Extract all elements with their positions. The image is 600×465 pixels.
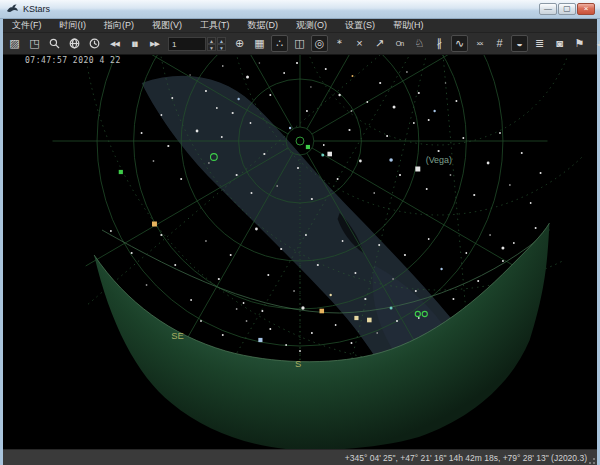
star xyxy=(513,242,515,244)
star xyxy=(327,152,332,157)
star xyxy=(389,158,393,162)
toggle-constellation-art-icon[interactable]: ♘ xyxy=(411,35,428,52)
maximize-button[interactable]: ▢ xyxy=(558,3,576,15)
toggle-constellation-boundaries-icon[interactable]: ∦ xyxy=(431,35,448,52)
star xyxy=(433,110,435,112)
timestep-value[interactable]: 1 xyxy=(168,37,206,51)
sky-image-icon[interactable]: ▦ xyxy=(251,35,268,52)
kstars-app-icon xyxy=(6,3,19,15)
sky-map[interactable]: (Vega)SES 07:47:57 2020 4 22 xyxy=(3,55,597,449)
menu-bar: 文件(F)时间(I)指向(P)视图(V)工具(T)数据(D)观测(O)设置(S)… xyxy=(3,19,597,33)
star xyxy=(205,90,207,92)
menu-item-tools[interactable]: 工具(T) xyxy=(191,19,239,32)
cursor-coordinates: +345° 04' 25", +47° 21' 16" 14h 42m 18s,… xyxy=(345,453,587,463)
minimize-button[interactable]: — xyxy=(539,3,557,15)
star xyxy=(473,194,475,196)
zoom-fit-icon[interactable]: ◳ xyxy=(26,35,43,52)
star xyxy=(180,178,182,180)
timestep-unit-steppers: ▲ ▼ xyxy=(217,37,226,51)
geographic-location-icon[interactable] xyxy=(66,35,83,52)
toggle-constellation-lines-icon[interactable]: × xyxy=(351,35,368,52)
star xyxy=(321,154,324,157)
star xyxy=(250,122,252,124)
star xyxy=(255,228,258,231)
star xyxy=(251,192,253,194)
timestep-spinbox: 1 ▲ ▼ ▲ ▼ xyxy=(168,37,226,51)
menu-item-help[interactable]: 帮助(H) xyxy=(384,19,433,32)
star xyxy=(119,170,123,174)
toggle-equatorial-grid-icon[interactable]: # xyxy=(491,35,508,52)
star xyxy=(317,264,319,266)
toolbar-left-group: ▨◳◀◀▮▮▶▶ xyxy=(6,35,166,52)
star xyxy=(110,230,112,232)
star xyxy=(289,127,291,129)
zoom-region-icon[interactable]: ▨ xyxy=(6,35,23,52)
star xyxy=(258,338,262,342)
star xyxy=(342,240,344,242)
toggle-milky-way-icon[interactable]: ∿ xyxy=(451,35,468,52)
timestep-unit-up-button[interactable]: ▲ xyxy=(217,37,226,44)
menu-item-pointing[interactable]: 指向(P) xyxy=(95,19,143,32)
time-info-box[interactable]: 07:47:57 2020 4 22 xyxy=(25,56,121,65)
star xyxy=(351,75,353,77)
star xyxy=(323,144,325,146)
star xyxy=(196,130,199,133)
time-advance-icon[interactable]: ▶▶ xyxy=(146,35,163,52)
star xyxy=(406,71,408,73)
star xyxy=(261,310,263,312)
star xyxy=(393,106,396,109)
sky-canvas[interactable]: (Vega)SES xyxy=(3,55,597,449)
star xyxy=(205,240,207,242)
star xyxy=(426,188,428,190)
star xyxy=(413,122,415,124)
timestep-unit-down-button[interactable]: ▼ xyxy=(217,44,226,51)
track-object-icon[interactable]: ⊕ xyxy=(231,35,248,52)
star xyxy=(222,65,224,67)
toggle-constellation-names-icon[interactable]: On xyxy=(391,35,408,52)
find-object-icon[interactable] xyxy=(46,35,63,52)
toggle-satellites-icon[interactable]: ↗ xyxy=(371,35,388,52)
menu-item-observation[interactable]: 观测(O) xyxy=(287,19,336,32)
close-button[interactable]: × xyxy=(577,3,595,15)
star xyxy=(216,107,218,109)
star xyxy=(330,294,332,296)
star xyxy=(540,172,542,174)
pause-clock-icon[interactable]: ▮▮ xyxy=(126,35,143,52)
star xyxy=(418,317,420,319)
menu-item-settings[interactable]: 设置(S) xyxy=(336,19,384,32)
toggle-supernovae-icon[interactable]: ＊ xyxy=(331,35,348,52)
menu-item-file[interactable]: 文件(F) xyxy=(3,19,51,32)
star xyxy=(161,114,163,116)
menu-item-time[interactable]: 时间(I) xyxy=(51,19,96,32)
toggle-flags-icon[interactable]: ≣ xyxy=(531,35,548,52)
star xyxy=(200,320,202,322)
star xyxy=(299,350,301,352)
star xyxy=(267,274,269,276)
moon-phase-icon[interactable]: ◕ xyxy=(591,35,600,52)
star xyxy=(296,62,298,64)
star xyxy=(152,222,157,227)
toggle-solar-system-icon[interactable]: ◎ xyxy=(311,35,328,52)
star xyxy=(445,82,447,84)
star xyxy=(153,160,155,162)
star xyxy=(418,92,420,94)
menu-item-data[interactable]: 数据(D) xyxy=(239,19,288,32)
time-rewind-icon[interactable]: ◀◀ xyxy=(106,35,123,52)
toggle-deep-sky-icon[interactable]: ◫ xyxy=(291,35,308,52)
timestep-up-button[interactable]: ▲ xyxy=(207,37,216,44)
toggle-ground-icon[interactable]: ◒ xyxy=(511,35,528,52)
star xyxy=(477,280,479,282)
timestep-down-button[interactable]: ▼ xyxy=(207,44,216,51)
star xyxy=(386,135,388,137)
star xyxy=(325,68,327,70)
set-time-icon[interactable] xyxy=(86,35,103,52)
menu-item-view[interactable]: 视图(V) xyxy=(143,19,191,32)
toggle-asteroids-icon[interactable]: ×× xyxy=(471,35,488,52)
toggle-stars-icon[interactable]: ∴ xyxy=(271,35,288,52)
add-flag-icon[interactable]: ⚑ xyxy=(571,35,588,52)
star xyxy=(376,332,378,334)
star xyxy=(390,307,393,310)
mount-control-icon[interactable]: ◙ xyxy=(551,35,568,52)
resize-grip[interactable] xyxy=(587,456,595,464)
star xyxy=(415,167,420,172)
